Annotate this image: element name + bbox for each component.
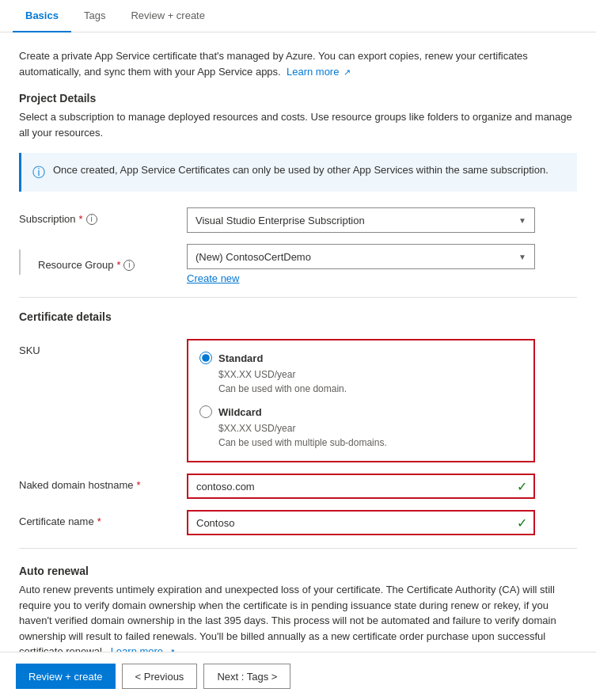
sku-standard-desc: $XX.XX USD/year Can be used with one dom… bbox=[218, 367, 522, 396]
rg-required: * bbox=[116, 259, 120, 271]
check-icon: ✓ bbox=[517, 479, 527, 494]
naked-domain-row: Naked domain hostname * ✓ bbox=[19, 474, 577, 499]
resource-group-label: Resource Group * i bbox=[38, 253, 135, 271]
auto-renewal-title: Auto renewal bbox=[19, 565, 577, 577]
info-icon: ⓘ bbox=[32, 163, 45, 182]
subscription-info-btn[interactable]: i bbox=[86, 214, 97, 225]
next-button[interactable]: Next : Tags > bbox=[203, 664, 290, 689]
cert-name-control: ✓ bbox=[187, 510, 577, 535]
tab-review-create[interactable]: Review + create bbox=[118, 0, 218, 32]
cert-name-required: * bbox=[97, 515, 101, 527]
sku-standard-option: Standard $XX.XX USD/year Can be used wit… bbox=[199, 352, 522, 396]
project-details-title: Project Details bbox=[19, 92, 577, 105]
sku-wildcard-option: Wildcard $XX.XX USD/year Can be used wit… bbox=[199, 405, 522, 450]
cert-name-label: Certificate name * bbox=[19, 510, 177, 527]
rg-value: (New) ContosoCertDemo bbox=[196, 251, 311, 263]
cert-name-input[interactable] bbox=[187, 510, 535, 535]
sku-label: SKU bbox=[19, 339, 177, 356]
naked-domain-input[interactable] bbox=[187, 474, 535, 499]
learn-more-link[interactable]: Learn more ↗ bbox=[287, 66, 351, 78]
rg-label-area: Resource Group * i bbox=[19, 244, 177, 275]
divider-2 bbox=[19, 548, 577, 549]
sku-wildcard-label: Wildcard bbox=[199, 405, 522, 418]
external-link-icon: ↗ bbox=[344, 66, 351, 79]
subscription-required: * bbox=[79, 213, 83, 225]
naked-domain-control: ✓ bbox=[187, 474, 577, 499]
create-new-link[interactable]: Create new bbox=[187, 272, 239, 284]
sku-options-box: Standard $XX.XX USD/year Can be used wit… bbox=[187, 339, 535, 462]
sku-wildcard-radio[interactable] bbox=[199, 405, 212, 418]
resource-group-dropdown[interactable]: (New) ContosoCertDemo ▼ bbox=[187, 244, 535, 269]
naked-domain-label: Naked domain hostname * bbox=[19, 474, 177, 491]
rg-indent bbox=[19, 249, 35, 275]
divider-1 bbox=[19, 297, 577, 298]
tab-basics[interactable]: Basics bbox=[13, 0, 71, 32]
subscription-value: Visual Studio Enterprise Subscription bbox=[196, 215, 365, 226]
sku-standard-radio[interactable] bbox=[199, 352, 212, 364]
cert-details-title: Certificate details bbox=[19, 310, 577, 328]
naked-domain-required: * bbox=[137, 479, 141, 491]
cert-check-icon: ✓ bbox=[517, 515, 527, 531]
bottom-nav: Review + create < Previous Next : Tags > bbox=[0, 652, 596, 700]
info-notice-text: Once created, App Service Certificates c… bbox=[53, 162, 549, 178]
subscription-row: Subscription * i Visual Studio Enterpris… bbox=[19, 207, 577, 233]
tab-bar: Basics Tags Review + create bbox=[0, 0, 596, 32]
sku-control: Standard $XX.XX USD/year Can be used wit… bbox=[187, 339, 577, 462]
main-content: Create a private App Service certificate… bbox=[0, 32, 596, 700]
rg-chevron-icon: ▼ bbox=[518, 253, 526, 261]
project-details-desc: Select a subscription to manage deployed… bbox=[19, 109, 577, 140]
previous-button[interactable]: < Previous bbox=[122, 664, 198, 689]
tab-tags[interactable]: Tags bbox=[71, 0, 118, 32]
info-notice-box: ⓘ Once created, App Service Certificates… bbox=[19, 153, 577, 192]
subscription-control: Visual Studio Enterprise Subscription ▼ bbox=[187, 207, 577, 233]
sku-standard-name[interactable]: Standard bbox=[218, 352, 263, 364]
sku-row: SKU Standard $XX.XX USD/year Can be used… bbox=[19, 339, 577, 462]
auto-renewal-text: Auto renew prevents untimely expiration … bbox=[19, 582, 577, 660]
rg-info-btn[interactable]: i bbox=[123, 260, 135, 271]
cert-name-row: Certificate name * ✓ bbox=[19, 510, 577, 535]
naked-domain-input-wrap: ✓ bbox=[187, 474, 535, 499]
rg-control: (New) ContosoCertDemo ▼ Create new bbox=[187, 244, 577, 284]
chevron-down-icon: ▼ bbox=[518, 216, 526, 225]
cert-name-input-wrap: ✓ bbox=[187, 510, 535, 535]
subscription-dropdown[interactable]: Visual Studio Enterprise Subscription ▼ bbox=[187, 207, 535, 233]
sku-wildcard-desc: $XX.XX USD/year Can be used with multipl… bbox=[218, 421, 522, 450]
review-create-button[interactable]: Review + create bbox=[16, 664, 116, 689]
subscription-label: Subscription * i bbox=[19, 207, 177, 225]
resource-group-row: Resource Group * i (New) ContosoCertDemo… bbox=[19, 244, 577, 284]
intro-text: Create a private App Service certificate… bbox=[19, 48, 577, 79]
sku-standard-label: Standard bbox=[199, 352, 522, 364]
sku-wildcard-name[interactable]: Wildcard bbox=[218, 406, 262, 418]
